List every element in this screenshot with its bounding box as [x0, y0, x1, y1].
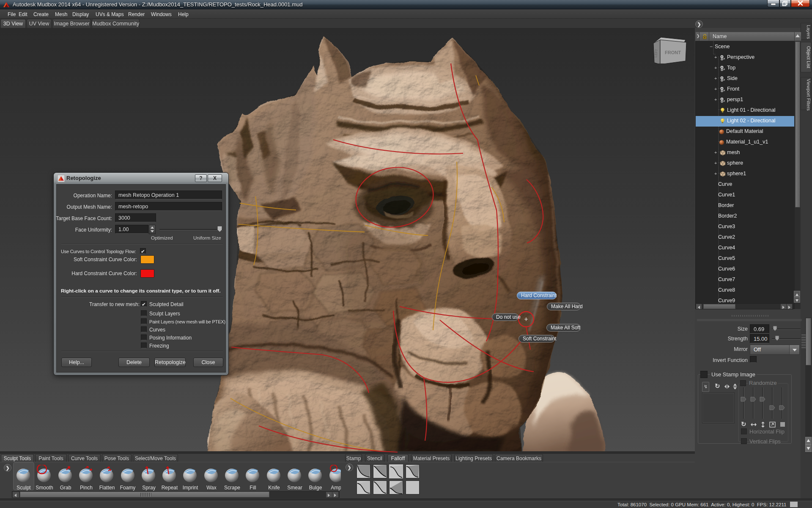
svg-text:FRONT: FRONT	[665, 50, 681, 55]
